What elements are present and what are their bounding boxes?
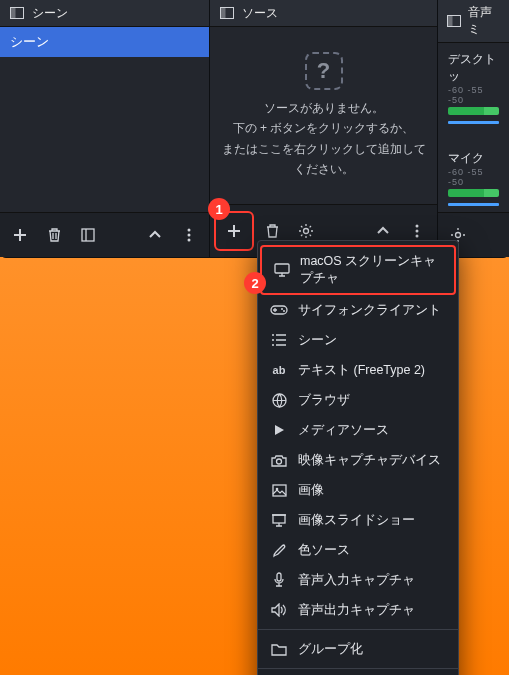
svg-rect-14 bbox=[448, 16, 453, 27]
menu-label: 色ソース bbox=[298, 542, 350, 559]
svg-point-15 bbox=[456, 233, 461, 238]
svg-rect-25 bbox=[277, 573, 281, 581]
svg-point-5 bbox=[188, 234, 191, 237]
audio-title: 音声ミ bbox=[468, 4, 501, 38]
audio-header: 音声ミ bbox=[438, 0, 509, 43]
menu-label: テキスト (FreeType 2) bbox=[298, 362, 425, 379]
menu-item-3[interactable]: abテキスト (FreeType 2) bbox=[258, 355, 458, 385]
empty-line-3: またはここを右クリックして追加してください。 bbox=[218, 139, 429, 180]
svg-rect-16 bbox=[275, 264, 289, 273]
menu-item-0[interactable]: macOS スクリーンキャプチャ bbox=[260, 245, 456, 295]
menu-label: グループ化 bbox=[298, 641, 363, 658]
sources-header: ソース bbox=[210, 0, 437, 27]
menu-item-1[interactable]: サイフォンクライアント bbox=[258, 295, 458, 325]
menu-separator bbox=[258, 668, 458, 669]
camera-icon bbox=[270, 451, 288, 469]
volume-slider[interactable] bbox=[448, 203, 499, 206]
app-window: シーン シーン bbox=[0, 0, 509, 258]
audio-track-mic[interactable]: マイク -60 -55 -50 bbox=[438, 142, 509, 210]
empty-line-2: 下の + ボタンをクリックするか、 bbox=[233, 118, 415, 138]
scenes-panel: シーン シーン bbox=[0, 0, 210, 257]
monitor-icon bbox=[274, 261, 290, 279]
svg-rect-24 bbox=[273, 515, 285, 523]
speaker-icon bbox=[270, 601, 288, 619]
scenes-list[interactable]: シーン bbox=[0, 27, 209, 212]
menu-label: 音声出力キャプチャ bbox=[298, 602, 415, 619]
menu-label: ブラウザ bbox=[298, 392, 350, 409]
menu-label: メディアソース bbox=[298, 422, 389, 439]
sources-panel: ソース ? ソースがありません。 下の + ボタンをクリックするか、 またはここ… bbox=[210, 0, 438, 257]
menu-item-8[interactable]: 画像スライドショー bbox=[258, 505, 458, 535]
sources-title: ソース bbox=[242, 5, 278, 22]
meter-icon bbox=[448, 107, 499, 115]
menu-label: 映像キャプチャデバイス bbox=[298, 452, 441, 469]
svg-point-11 bbox=[416, 230, 419, 233]
menu-item-9[interactable]: 色ソース bbox=[258, 535, 458, 565]
question-icon: ? bbox=[305, 52, 343, 90]
volume-slider[interactable] bbox=[448, 121, 499, 124]
svg-rect-8 bbox=[221, 8, 226, 19]
annotation-2: 2 bbox=[244, 272, 266, 294]
play-icon bbox=[270, 421, 288, 439]
svg-point-10 bbox=[416, 225, 419, 228]
menu-item-5[interactable]: メディアソース bbox=[258, 415, 458, 445]
menu-item-7[interactable]: 画像 bbox=[258, 475, 458, 505]
folder-icon bbox=[270, 640, 288, 658]
image-icon bbox=[270, 481, 288, 499]
audio-track-desktop[interactable]: デスクトッ -60 -55 -50 bbox=[438, 43, 509, 128]
audio-panel: 音声ミ デスクトッ -60 -55 -50 マイク -60 -55 -50 bbox=[438, 0, 509, 257]
scenes-title: シーン bbox=[32, 5, 68, 22]
mic-icon bbox=[270, 571, 288, 589]
svg-point-21 bbox=[277, 459, 282, 464]
menu-item-2[interactable]: シーン bbox=[258, 325, 458, 355]
text-icon: ab bbox=[270, 361, 288, 379]
scene-item[interactable]: シーン bbox=[0, 27, 209, 57]
list-icon bbox=[270, 331, 288, 349]
svg-rect-2 bbox=[82, 229, 94, 241]
meter-ticks: -60 -55 -50 bbox=[448, 167, 499, 187]
menu-label: 画像 bbox=[298, 482, 324, 499]
menu-label: 音声入力キャプチャ bbox=[298, 572, 415, 589]
brush-icon bbox=[270, 541, 288, 559]
track-name: デスクトッ bbox=[448, 51, 499, 85]
sources-list[interactable]: ? ソースがありません。 下の + ボタンをクリックするか、 またはここを右クリ… bbox=[210, 27, 437, 204]
dock-icon bbox=[218, 4, 236, 22]
scenes-header: シーン bbox=[0, 0, 209, 27]
dock-icon bbox=[446, 12, 462, 30]
svg-point-12 bbox=[416, 235, 419, 238]
menu-item-group[interactable]: グループ化 bbox=[258, 634, 458, 664]
svg-point-18 bbox=[281, 308, 283, 310]
menu-item-11[interactable]: 音声出力キャプチャ bbox=[258, 595, 458, 625]
scene-more-button[interactable] bbox=[173, 219, 205, 251]
menu-label: サイフォンクライアント bbox=[298, 302, 441, 319]
gamepad-icon bbox=[270, 301, 288, 319]
add-source-menu: macOS スクリーンキャプチャサイフォンクライアントシーンabテキスト (Fr… bbox=[257, 240, 459, 675]
add-source-button[interactable] bbox=[218, 215, 250, 247]
sources-empty-state: ? ソースがありません。 下の + ボタンをクリックするか、 またはここを右クリ… bbox=[210, 27, 437, 204]
menu-label: シーン bbox=[298, 332, 337, 349]
menu-item-4[interactable]: ブラウザ bbox=[258, 385, 458, 415]
menu-item-6[interactable]: 映像キャプチャデバイス bbox=[258, 445, 458, 475]
svg-rect-1 bbox=[11, 8, 16, 19]
delete-scene-button[interactable] bbox=[38, 219, 70, 251]
menu-label: macOS スクリーンキャプチャ bbox=[300, 253, 442, 287]
svg-rect-22 bbox=[273, 485, 286, 496]
menu-item-10[interactable]: 音声入力キャプチャ bbox=[258, 565, 458, 595]
svg-point-4 bbox=[188, 229, 191, 232]
menu-separator bbox=[258, 629, 458, 630]
globe-icon bbox=[270, 391, 288, 409]
scene-up-button[interactable] bbox=[139, 219, 171, 251]
slideshow-icon bbox=[270, 511, 288, 529]
menu-label: 画像スライドショー bbox=[298, 512, 415, 529]
empty-line-1: ソースがありません。 bbox=[264, 98, 384, 118]
dock-icon bbox=[8, 4, 26, 22]
svg-point-9 bbox=[304, 229, 309, 234]
meter-ticks: -60 -55 -50 bbox=[448, 85, 499, 105]
scene-filters-button[interactable] bbox=[72, 219, 104, 251]
meter-icon bbox=[448, 189, 499, 197]
scenes-toolbar bbox=[0, 212, 209, 257]
svg-point-6 bbox=[188, 239, 191, 242]
track-name: マイク bbox=[448, 150, 499, 167]
svg-point-19 bbox=[283, 310, 285, 312]
add-scene-button[interactable] bbox=[4, 219, 36, 251]
